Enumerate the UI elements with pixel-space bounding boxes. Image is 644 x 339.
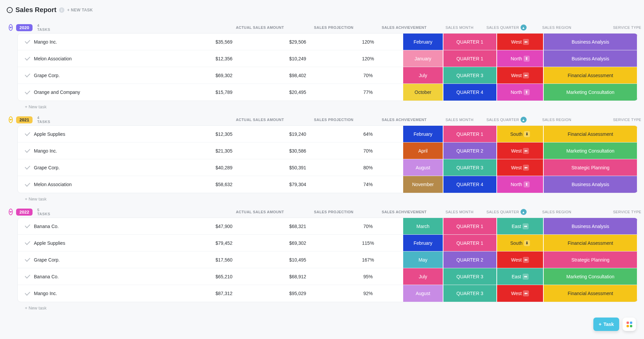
month-cell[interactable]: February [403, 34, 443, 50]
check-icon[interactable] [25, 223, 30, 228]
region-cell[interactable]: West ⬅ [497, 143, 544, 159]
month-cell[interactable]: January [403, 50, 443, 67]
actual-sales-cell[interactable]: $35,569 [185, 34, 263, 50]
actual-sales-cell[interactable]: $21,305 [185, 143, 263, 159]
achievement-cell[interactable]: 74% [333, 176, 403, 193]
task-name-cell[interactable]: Banana Co. [18, 218, 185, 234]
table-row[interactable]: Mango Inc. $21,305 $30,586 70% April QUA… [18, 143, 638, 159]
quarter-cell[interactable]: QUARTER 3 [443, 268, 497, 285]
table-row[interactable]: Banana Co. $65,210 $68,912 95% July QUAR… [18, 268, 638, 285]
month-cell[interactable]: August [403, 285, 443, 302]
col-actual[interactable]: ACTUAL SALES AMOUNT [221, 25, 299, 30]
quarter-cell[interactable]: QUARTER 1 [443, 126, 497, 142]
check-icon[interactable] [25, 181, 30, 186]
actual-sales-cell[interactable]: $17,560 [185, 251, 263, 268]
month-cell[interactable]: February [403, 235, 443, 251]
achievement-cell[interactable]: 167% [333, 251, 403, 268]
table-row[interactable]: Mango Inc. $35,569 $29,506 120% February… [18, 34, 638, 50]
task-name-cell[interactable]: Melon Association [18, 176, 185, 193]
month-cell[interactable]: July [403, 268, 443, 285]
month-cell[interactable]: February [403, 126, 443, 142]
quarter-cell[interactable]: QUARTER 2 [443, 143, 497, 159]
check-icon[interactable] [25, 256, 30, 262]
service-cell[interactable]: Financial Assessment [544, 67, 638, 83]
col-month[interactable]: SALES MONTH [439, 118, 480, 122]
quarter-cell[interactable]: QUARTER 2 [443, 251, 497, 268]
actual-sales-cell[interactable]: $58,632 [185, 176, 263, 193]
service-cell[interactable]: Financial Assessment [544, 285, 638, 302]
month-cell[interactable]: October [403, 84, 443, 101]
achievement-cell[interactable]: 92% [333, 285, 403, 302]
sort-asc-icon[interactable]: ▲ [521, 209, 527, 215]
quarter-cell[interactable]: QUARTER 3 [443, 67, 497, 83]
create-task-button[interactable]: + Task [593, 318, 619, 331]
quarter-cell[interactable]: QUARTER 4 [443, 176, 497, 193]
new-task-row[interactable]: + New task [6, 101, 638, 111]
check-icon[interactable] [25, 273, 30, 278]
month-cell[interactable]: May [403, 251, 443, 268]
table-row[interactable]: Mango Inc. $87,312 $95,029 92% August QU… [18, 285, 638, 302]
col-projection[interactable]: SALES PROJECTION [299, 210, 369, 214]
task-name-cell[interactable]: Grape Corp. [18, 159, 185, 176]
new-task-button[interactable]: + NEW TASK [67, 8, 93, 12]
month-cell[interactable]: November [403, 176, 443, 193]
service-cell[interactable]: Business Analysis [544, 218, 638, 234]
sort-asc-icon[interactable]: ▲ [521, 24, 527, 31]
chevron-down-icon[interactable] [9, 24, 13, 31]
apps-button[interactable] [623, 318, 636, 331]
col-achievement[interactable]: SALES ACHVIEVEMENT [369, 25, 439, 30]
actual-sales-cell[interactable]: $12,356 [185, 50, 263, 67]
region-cell[interactable]: West ⬅ [497, 251, 544, 268]
actual-sales-cell[interactable]: $12,305 [185, 126, 263, 142]
projection-cell[interactable]: $79,304 [263, 176, 333, 193]
col-achievement[interactable]: SALES ACHVIEVEMENT [369, 210, 439, 214]
table-row[interactable]: Banana Co. $47,900 $68,321 70% March QUA… [18, 218, 638, 235]
new-task-row[interactable]: + New task [6, 302, 638, 312]
actual-sales-cell[interactable]: $47,900 [185, 218, 263, 234]
projection-cell[interactable]: $30,586 [263, 143, 333, 159]
quarter-cell[interactable]: QUARTER 3 [443, 159, 497, 176]
check-icon[interactable] [25, 72, 30, 77]
col-quarter[interactable]: SALES QUARTER▲ [480, 117, 533, 123]
table-row[interactable]: Grape Corp. $40,289 $50,391 80% August Q… [18, 159, 638, 176]
achievement-cell[interactable]: 115% [333, 235, 403, 251]
achievement-cell[interactable]: 70% [333, 143, 403, 159]
chevron-down-icon[interactable] [9, 209, 13, 215]
task-name-cell[interactable]: Melon Association [18, 50, 185, 67]
projection-cell[interactable]: $29,506 [263, 34, 333, 50]
service-cell[interactable]: Business Analysis [544, 34, 638, 50]
check-icon[interactable] [25, 89, 30, 94]
check-icon[interactable] [25, 164, 30, 169]
service-cell[interactable]: Financial Assessment [544, 126, 638, 142]
actual-sales-cell[interactable]: $65,210 [185, 268, 263, 285]
sort-asc-icon[interactable]: ▲ [521, 117, 527, 123]
actual-sales-cell[interactable]: $79,452 [185, 235, 263, 251]
region-cell[interactable]: West ⬅ [497, 34, 544, 50]
achievement-cell[interactable]: 77% [333, 84, 403, 101]
col-actual[interactable]: ACTUAL SALES AMOUNT [221, 210, 299, 214]
check-icon[interactable] [25, 147, 30, 153]
projection-cell[interactable]: $98,402 [263, 67, 333, 83]
table-row[interactable]: Melon Association $12,356 $10,249 120% J… [18, 50, 638, 67]
projection-cell[interactable]: $10,495 [263, 251, 333, 268]
new-task-row[interactable]: + New task [6, 193, 638, 203]
col-month[interactable]: SALES MONTH [439, 210, 480, 214]
year-pill[interactable]: 2022 [16, 209, 33, 216]
service-cell[interactable]: Marketing Consultation [544, 143, 638, 159]
table-row[interactable]: Grape Corp. $17,560 $10,495 167% May QUA… [18, 251, 638, 268]
col-service[interactable]: SERVICE TYPE [580, 118, 644, 122]
check-icon[interactable] [25, 130, 30, 136]
table-row[interactable]: Orange and Company $15,789 $20,495 77% O… [18, 84, 638, 101]
col-projection[interactable]: SALES PROJECTION [299, 25, 369, 30]
projection-cell[interactable]: $69,302 [263, 235, 333, 251]
projection-cell[interactable]: $95,029 [263, 285, 333, 302]
task-name-cell[interactable]: Apple Supplies [18, 126, 185, 142]
projection-cell[interactable]: $50,391 [263, 159, 333, 176]
col-achievement[interactable]: SALES ACHVIEVEMENT [369, 118, 439, 122]
task-name-cell[interactable]: Banana Co. [18, 268, 185, 285]
col-region[interactable]: SALES REGION [533, 118, 580, 122]
region-cell[interactable]: West ⬅ [497, 285, 544, 302]
quarter-cell[interactable]: QUARTER 4 [443, 84, 497, 101]
col-quarter[interactable]: SALES QUARTER▲ [480, 209, 533, 215]
year-pill[interactable]: 2021 [16, 116, 33, 123]
